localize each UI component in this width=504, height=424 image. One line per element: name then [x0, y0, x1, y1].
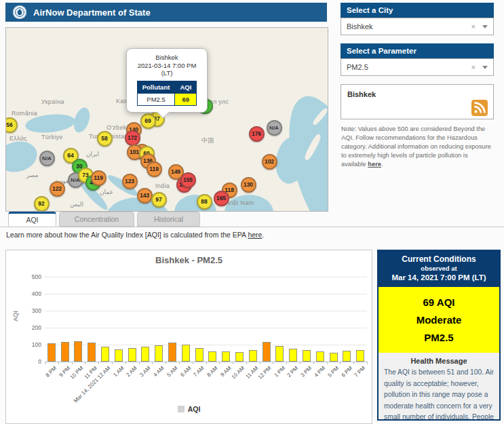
aqi-bar[interactable]	[249, 350, 257, 362]
rss-icon[interactable]	[471, 100, 488, 116]
x-axis-label: 7 PM	[353, 365, 367, 379]
x-axis-tick	[327, 362, 328, 364]
learn-more-text: Learn more about how the Air Quality Ind…	[6, 231, 264, 239]
parameter-caret-icon[interactable]	[482, 66, 488, 69]
aqi-bar[interactable]	[330, 353, 338, 362]
x-axis-tick	[179, 362, 180, 364]
aqi-bar[interactable]	[155, 345, 163, 362]
aqi-map-marker[interactable]: 102	[262, 154, 277, 170]
aqi-map-marker[interactable]: 123	[122, 174, 138, 189]
cc-pollutant: PM2.5	[379, 329, 499, 347]
aqi-map-marker[interactable]: 165	[214, 191, 229, 206]
aqi-map-marker[interactable]: 119	[147, 161, 162, 177]
x-axis-tick	[300, 362, 301, 364]
cc-observed-time: Mar 14, 2021 7:00 PM (LT)	[380, 273, 498, 283]
aqi-map-marker[interactable]: 92	[34, 196, 50, 212]
x-axis-tick	[112, 362, 113, 364]
popup-col-aqi: AQI	[175, 81, 197, 93]
aqi-bar[interactable]	[263, 342, 271, 362]
x-axis-tick	[125, 362, 126, 364]
app-title: AirNow Department of State	[33, 7, 151, 18]
aqi-bar[interactable]	[101, 347, 109, 362]
aqi-bar[interactable]	[47, 343, 56, 362]
aqi-bar[interactable]	[275, 346, 284, 362]
aqi-map-marker[interactable]: 155	[180, 172, 196, 188]
popup-datetime: 2021-03-14 7:00 PM	[130, 62, 204, 70]
aqi-map[interactable]: УкраїнаRomâniaΕλλάςTürkiyeKasaO'zbekisto…	[5, 27, 328, 212]
aqi-bar[interactable]	[343, 351, 351, 362]
tab-aqi[interactable]: AQI	[8, 212, 56, 227]
feed-city-title: Bishkek	[347, 90, 376, 98]
aqi-bar[interactable]	[316, 351, 324, 362]
aqi-map-marker[interactable]: 143	[137, 188, 153, 204]
aqi-map-marker[interactable]: 119	[91, 170, 106, 186]
aqi-bar[interactable]	[303, 350, 311, 362]
x-axis-tick	[313, 362, 314, 364]
aqi-bar[interactable]	[289, 349, 297, 362]
x-axis-tick	[166, 362, 166, 364]
x-axis-label: 6 AM	[179, 365, 192, 378]
x-axis-tick	[353, 362, 354, 364]
select-parameter-header: Select a Parameter	[341, 43, 494, 58]
x-axis-label: 6 PM	[340, 365, 353, 379]
learn-more-here-link[interactable]: here	[248, 231, 262, 239]
aqi-bar[interactable]	[88, 343, 96, 362]
tab-concentration[interactable]: Concentration	[59, 212, 134, 227]
note-period: .	[381, 161, 383, 168]
aqi-bar[interactable]	[141, 347, 149, 362]
aqi-bar[interactable]	[115, 349, 123, 362]
gridline	[45, 294, 367, 294]
gridline	[45, 311, 367, 311]
note-here-link[interactable]: here	[368, 161, 381, 168]
x-axis-label: 12 PM	[257, 365, 273, 381]
aqi-bar[interactable]	[74, 341, 82, 362]
aqi-map-marker[interactable]: 58	[97, 131, 113, 147]
aqi-bar[interactable]	[222, 351, 230, 362]
aqi-map-marker[interactable]: 97	[151, 192, 167, 208]
x-axis-tick	[45, 362, 45, 364]
aqi-bar[interactable]	[235, 352, 244, 362]
aqi-bar[interactable]	[128, 348, 136, 362]
parameter-select-value: PM2.5	[347, 63, 471, 71]
legend-label[interactable]: AQI	[188, 405, 201, 413]
map-place-label: 中国	[201, 136, 214, 145]
map-place-label: ايران	[86, 151, 99, 157]
aqi-map-marker[interactable]: 176	[249, 126, 265, 142]
aqi-bar[interactable]	[208, 351, 216, 362]
parameter-select[interactable]: PM2.5 ×	[341, 58, 494, 76]
x-axis-label: 3 PM	[300, 365, 313, 379]
aqi-bar[interactable]	[182, 345, 190, 362]
y-axis-tick: 0	[18, 358, 41, 365]
aqi-map-marker[interactable]: 122	[50, 181, 65, 197]
aqi-bar[interactable]	[356, 350, 364, 362]
parameter-clear-icon[interactable]: ×	[471, 63, 476, 71]
aqi-bar[interactable]	[61, 342, 69, 362]
city-caret-icon[interactable]	[482, 25, 488, 28]
aqi-bar[interactable]	[195, 348, 203, 362]
city-clear-icon[interactable]: ×	[471, 22, 476, 31]
x-axis-tick	[340, 362, 341, 364]
x-axis-tick	[233, 362, 233, 364]
note-text: Note: Values above 500 are considered Be…	[341, 126, 491, 168]
aqi-map-marker[interactable]: 69	[140, 113, 156, 129]
aqi-map-marker[interactable]: 130	[241, 177, 256, 193]
caspian-sea-water	[71, 106, 93, 135]
x-axis-tick	[273, 362, 273, 364]
tab-historical[interactable]: Historical	[137, 212, 200, 227]
popup-city: Bishkek	[130, 54, 204, 62]
aqi-bar[interactable]	[168, 343, 176, 362]
aqi-map-marker[interactable]: N/A	[267, 120, 282, 136]
popup-timezone: (LT)	[130, 69, 204, 77]
cc-title: Current Conditions	[380, 254, 498, 265]
aqi-map-marker[interactable]: N/A	[39, 151, 55, 166]
aqi-map-marker[interactable]: 88	[197, 194, 212, 210]
aqi-chart: Bishkek - PM2.5 AQI 0100200300400500 8 P…	[5, 250, 372, 424]
gridline	[45, 328, 367, 328]
aqi-map-marker[interactable]: 172	[125, 130, 140, 146]
x-axis-label: 5 AM	[166, 365, 178, 378]
aqi-map-marker[interactable]: 56	[5, 117, 18, 133]
legend-symbol	[178, 406, 185, 412]
city-select[interactable]: Bishkek ×	[341, 18, 494, 35]
x-axis-label: 4 AM	[152, 365, 165, 378]
x-axis-tick	[193, 362, 193, 364]
